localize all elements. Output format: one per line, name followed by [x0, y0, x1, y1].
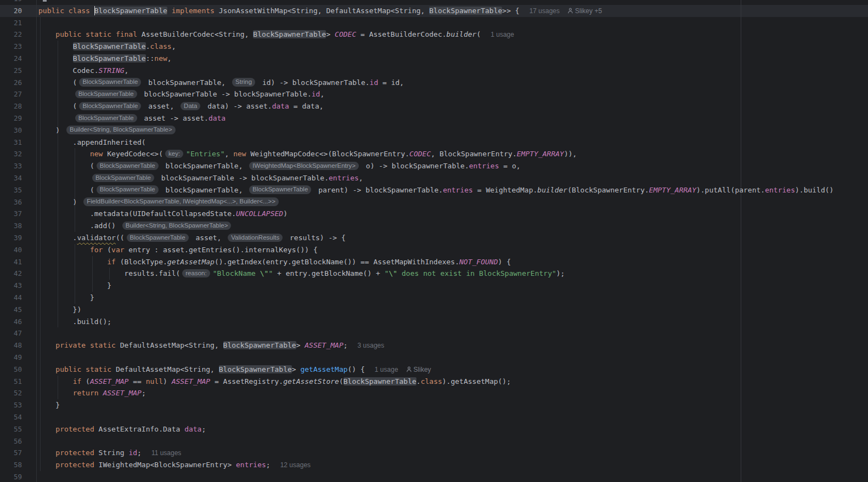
line-number[interactable]: 22 — [0, 29, 22, 41]
inlay-hint[interactable]: ValidationResults — [228, 234, 283, 242]
line-number[interactable]: 35 — [0, 184, 22, 196]
line-number[interactable]: 44 — [0, 292, 22, 304]
line-number[interactable]: 25 — [0, 65, 22, 77]
author-annotation[interactable]: Slikey +5 — [567, 7, 602, 15]
line-number[interactable]: 53 — [0, 399, 22, 411]
code-text[interactable]: public static DefaultAssetMap<String, Bl… — [38, 364, 431, 376]
line-number[interactable]: 41 — [0, 256, 22, 268]
line-number[interactable]: 31 — [0, 137, 22, 149]
line-number[interactable]: 58 — [0, 459, 22, 471]
line-number[interactable]: 57 — [0, 447, 22, 459]
inlay-hint[interactable]: BlockSpawnerTable — [92, 174, 154, 183]
code-text[interactable]: .validator((BlockSpawnerTable asset, Val… — [38, 232, 346, 244]
code-text[interactable]: new KeyedCodec<>(key:"Entries", new Weig… — [38, 148, 577, 160]
code-text[interactable]: .metadata(UIDefaultCollapsedState.UNCOLL… — [38, 208, 288, 220]
code-text[interactable]: Codec.STRING, — [38, 65, 128, 77]
code-text[interactable]: .add() Builder<String, BlockSpawnerTable… — [38, 220, 234, 232]
inlay-hint[interactable]: Data — [181, 102, 200, 111]
code-text[interactable]: (BlockSpawnerTable asset, Data data) -> … — [38, 100, 324, 112]
line-number[interactable]: 28 — [0, 100, 22, 112]
line-number[interactable]: 27 — [0, 88, 22, 100]
usage-annotation[interactable]: 3 usages — [358, 342, 385, 349]
code-text[interactable]: public class BlockSpawnerTable implement… — [38, 5, 602, 17]
code-text[interactable]: ) FieldBuilder<BlockSpawnerTable, IWeigh… — [38, 196, 281, 208]
code-text[interactable]: ) Builder<String, BlockSpawnerTable> — [38, 124, 178, 137]
usage-annotation[interactable]: 12 usages — [280, 461, 311, 469]
inlay-hint[interactable]: BlockSpawnerTable — [79, 78, 141, 87]
line-number[interactable]: 39 — [0, 232, 22, 244]
line-number[interactable]: 59 — [0, 471, 22, 482]
line-number[interactable]: 34 — [0, 172, 22, 184]
code-text[interactable]: protected String id;11 usages — [38, 447, 181, 459]
line-number[interactable]: 37 — [0, 208, 22, 220]
code-text[interactable]: BlockSpawnerTable::new, — [38, 53, 172, 65]
inlay-hint[interactable]: key: — [165, 150, 183, 158]
inlay-hint[interactable]: IWeightedMap<BlockSpawnerEntry> — [249, 162, 359, 171]
code-text[interactable]: .appendInherited( — [38, 137, 146, 149]
line-number[interactable]: 43 — [0, 280, 22, 292]
line-number[interactable]: 42 — [0, 268, 22, 280]
line-number[interactable]: 38 — [0, 220, 22, 232]
inlay-hint[interactable]: Builder<String, BlockSpawnerTable> — [66, 126, 176, 134]
line-number[interactable]: 48 — [0, 339, 22, 351]
line-number[interactable]: 56 — [0, 435, 22, 447]
line-number[interactable]: 45 — [0, 304, 22, 316]
code-text[interactable]: if (ASSET_MAP == null) ASSET_MAP = Asset… — [38, 376, 511, 388]
code-text[interactable]: }) — [38, 304, 81, 316]
inlay-hint[interactable]: reason: — [182, 269, 210, 278]
line-number[interactable]: 19 — [0, 0, 22, 5]
inlay-hint[interactable]: BlockSpawnerTable — [127, 234, 189, 242]
usage-annotation[interactable]: 1 usage — [375, 366, 398, 373]
line-number[interactable]: 47 — [0, 327, 22, 339]
line-number[interactable]: 26 — [0, 77, 22, 89]
code-text[interactable]: (BlockSpawnerTable blockSpawnerTable, St… — [38, 77, 404, 89]
code-text[interactable]: } — [38, 399, 60, 411]
author-annotation[interactable]: Slikey — [406, 366, 431, 373]
line-number[interactable]: 29 — [0, 112, 22, 124]
line-number[interactable]: 20 — [0, 5, 22, 17]
line-number[interactable]: 33 — [0, 160, 22, 172]
code-text[interactable]: BlockSpawnerTable blockSpawnerTable -> b… — [38, 88, 324, 100]
inlay-hint[interactable]: String — [232, 78, 255, 87]
code-text[interactable]: BlockSpawnerTable.class, — [38, 41, 176, 53]
inlay-hint[interactable]: BlockSpawnerTable — [97, 162, 159, 171]
code-text[interactable]: public static final AssetBuilderCodec<St… — [38, 29, 514, 41]
inlay-hint[interactable]: FieldBuilder<BlockSpawnerTable, IWeighte… — [83, 197, 279, 206]
inlay-hint[interactable]: BlockSpawnerTable — [249, 185, 311, 194]
code-text[interactable]: results.fail(reason:"BlockName \"" + ent… — [38, 268, 565, 280]
inlay-hint[interactable]: BlockSpawnerTable — [97, 185, 159, 194]
line-number[interactable]: 30 — [0, 124, 22, 137]
code-text[interactable]: } — [38, 280, 111, 292]
line-number[interactable]: 51 — [0, 376, 22, 388]
line-number[interactable]: 21 — [0, 17, 22, 29]
usage-annotation[interactable]: 11 usages — [151, 449, 182, 457]
usage-annotation[interactable]: 17 usages — [529, 7, 560, 15]
usage-annotation[interactable]: 1 usage — [491, 31, 514, 38]
line-number[interactable]: 23 — [0, 41, 22, 53]
line-number[interactable]: 50 — [0, 364, 22, 376]
code-text[interactable]: BlockSpawnerTable asset -> asset.data — [38, 112, 226, 124]
code-text[interactable]: protected AssetExtraInfo.Data data; — [38, 423, 206, 435]
line-number[interactable]: 40 — [0, 244, 22, 256]
code-text[interactable]: .build(); — [38, 316, 111, 328]
code-text[interactable]: for (var entry : asset.getEntries().inte… — [38, 244, 318, 256]
inlay-hint[interactable]: BlockSpawnerTable — [75, 90, 137, 99]
code-text[interactable]: protected IWeightedMap<BlockSpawnerEntry… — [38, 459, 311, 471]
line-number[interactable]: 46 — [0, 316, 22, 328]
inlay-hint[interactable]: BlockSpawnerTable — [75, 114, 137, 123]
code-text[interactable]: } — [38, 292, 94, 304]
code-text[interactable]: return ASSET_MAP; — [38, 387, 146, 399]
line-number[interactable]: 36 — [0, 196, 22, 208]
line-number[interactable]: 54 — [0, 411, 22, 423]
line-number[interactable]: 32 — [0, 148, 22, 160]
code-text[interactable]: if (BlockType.getAssetMap().getIndex(ent… — [38, 256, 511, 268]
code-text[interactable]: (BlockSpawnerTable blockSpawnerTable, Bl… — [38, 184, 833, 196]
code-editor[interactable]: 1920public class BlockSpawnerTable imple… — [0, 0, 868, 482]
line-number[interactable]: 55 — [0, 423, 22, 435]
code-text[interactable]: private static DefaultAssetMap<String, B… — [38, 339, 384, 351]
code-text[interactable]: (BlockSpawnerTable blockSpawnerTable, IW… — [38, 160, 521, 172]
line-number[interactable]: 52 — [0, 387, 22, 399]
code-text[interactable]: BlockSpawnerTable blockSpawnerTable -> b… — [38, 172, 363, 184]
inlay-hint[interactable]: BlockSpawnerTable — [79, 102, 141, 111]
line-number[interactable]: 24 — [0, 53, 22, 65]
